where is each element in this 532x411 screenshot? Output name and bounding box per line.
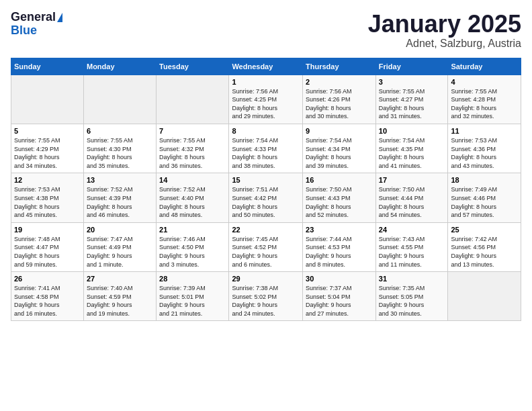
calendar-cell: 16Sunrise: 7:50 AM Sunset: 4:43 PM Dayli… (303, 173, 376, 222)
day-number: 8 (232, 127, 300, 135)
day-header-friday: Friday (375, 58, 448, 75)
day-info: Sunrise: 7:35 AM Sunset: 5:05 PM Dayligh… (379, 284, 445, 318)
day-info: Sunrise: 7:53 AM Sunset: 4:36 PM Dayligh… (451, 136, 518, 170)
calendar-cell: 14Sunrise: 7:52 AM Sunset: 4:40 PM Dayli… (157, 173, 229, 222)
calendar-subtitle: Adnet, Salzburg, Austria (368, 38, 521, 50)
calendar-cell: 17Sunrise: 7:50 AM Sunset: 4:44 PM Dayli… (375, 173, 448, 222)
day-info: Sunrise: 7:55 AM Sunset: 4:30 PM Dayligh… (87, 136, 153, 170)
day-info: Sunrise: 7:55 AM Sunset: 4:29 PM Dayligh… (14, 136, 81, 170)
day-info: Sunrise: 7:54 AM Sunset: 4:35 PM Dayligh… (379, 136, 445, 170)
day-info: Sunrise: 7:50 AM Sunset: 4:43 PM Dayligh… (306, 185, 373, 219)
calendar-week-3: 12Sunrise: 7:53 AM Sunset: 4:38 PM Dayli… (11, 173, 521, 222)
calendar-cell (448, 272, 521, 321)
day-number: 10 (379, 127, 445, 135)
day-number: 30 (306, 275, 373, 283)
day-info: Sunrise: 7:40 AM Sunset: 4:59 PM Dayligh… (87, 284, 153, 318)
calendar-cell: 27Sunrise: 7:40 AM Sunset: 4:59 PM Dayli… (83, 272, 156, 321)
calendar-cell: 8Sunrise: 7:54 AM Sunset: 4:33 PM Daylig… (229, 124, 303, 173)
day-info: Sunrise: 7:37 AM Sunset: 5:04 PM Dayligh… (306, 284, 373, 318)
day-header-wednesday: Wednesday (229, 58, 303, 75)
day-number: 23 (306, 226, 373, 234)
day-number: 29 (232, 275, 300, 283)
day-info: Sunrise: 7:51 AM Sunset: 4:42 PM Dayligh… (232, 185, 300, 219)
calendar-cell: 25Sunrise: 7:42 AM Sunset: 4:56 PM Dayli… (448, 222, 521, 271)
day-number: 31 (379, 275, 445, 283)
calendar-cell: 1Sunrise: 7:56 AM Sunset: 4:25 PM Daylig… (229, 75, 303, 124)
day-number: 15 (232, 176, 300, 184)
calendar-cell: 30Sunrise: 7:37 AM Sunset: 5:04 PM Dayli… (303, 272, 376, 321)
calendar-cell (11, 75, 84, 124)
day-header-monday: Monday (83, 58, 156, 75)
logo: General Blue (11, 11, 62, 38)
day-number: 22 (232, 226, 300, 234)
calendar-cell: 2Sunrise: 7:56 AM Sunset: 4:26 PM Daylig… (303, 75, 376, 124)
day-number: 27 (87, 275, 153, 283)
day-number: 20 (87, 226, 153, 234)
day-info: Sunrise: 7:45 AM Sunset: 4:52 PM Dayligh… (232, 235, 300, 269)
calendar-cell: 3Sunrise: 7:55 AM Sunset: 4:27 PM Daylig… (375, 75, 448, 124)
day-number: 6 (87, 127, 153, 135)
day-info: Sunrise: 7:39 AM Sunset: 5:01 PM Dayligh… (159, 284, 226, 318)
calendar-week-4: 19Sunrise: 7:48 AM Sunset: 4:47 PM Dayli… (11, 222, 521, 271)
calendar-cell: 18Sunrise: 7:49 AM Sunset: 4:46 PM Dayli… (448, 173, 521, 222)
day-number: 3 (379, 78, 445, 86)
calendar-cell: 31Sunrise: 7:35 AM Sunset: 5:05 PM Dayli… (375, 272, 448, 321)
calendar-cell: 24Sunrise: 7:43 AM Sunset: 4:55 PM Dayli… (375, 222, 448, 271)
day-number: 24 (379, 226, 445, 234)
calendar-body: 1Sunrise: 7:56 AM Sunset: 4:25 PM Daylig… (11, 75, 521, 321)
day-info: Sunrise: 7:55 AM Sunset: 4:32 PM Dayligh… (159, 136, 226, 170)
day-info: Sunrise: 7:49 AM Sunset: 4:46 PM Dayligh… (451, 185, 518, 219)
day-number: 17 (379, 176, 445, 184)
day-info: Sunrise: 7:52 AM Sunset: 4:39 PM Dayligh… (87, 185, 153, 219)
calendar-table: SundayMondayTuesdayWednesdayThursdayFrid… (11, 58, 521, 322)
title-block: January 2025 Adnet, Salzburg, Austria (368, 11, 521, 50)
calendar-cell: 5Sunrise: 7:55 AM Sunset: 4:29 PM Daylig… (11, 124, 84, 173)
calendar-cell (83, 75, 156, 124)
day-number: 26 (14, 275, 81, 283)
day-info: Sunrise: 7:55 AM Sunset: 4:27 PM Dayligh… (379, 87, 445, 121)
calendar-cell: 11Sunrise: 7:53 AM Sunset: 4:36 PM Dayli… (448, 124, 521, 173)
day-info: Sunrise: 7:43 AM Sunset: 4:55 PM Dayligh… (379, 235, 445, 269)
calendar-title: January 2025 (368, 11, 521, 38)
day-info: Sunrise: 7:55 AM Sunset: 4:28 PM Dayligh… (451, 87, 518, 121)
calendar-cell: 29Sunrise: 7:38 AM Sunset: 5:02 PM Dayli… (229, 272, 303, 321)
day-header-thursday: Thursday (303, 58, 376, 75)
day-header-saturday: Saturday (448, 58, 521, 75)
day-header-tuesday: Tuesday (157, 58, 229, 75)
logo-icon (57, 13, 62, 22)
day-number: 2 (306, 78, 373, 86)
day-number: 21 (159, 226, 226, 234)
logo-text-general: General (11, 11, 56, 24)
day-info: Sunrise: 7:54 AM Sunset: 4:34 PM Dayligh… (306, 136, 373, 170)
calendar-cell: 20Sunrise: 7:47 AM Sunset: 4:49 PM Dayli… (83, 222, 156, 271)
calendar-cell: 26Sunrise: 7:41 AM Sunset: 4:58 PM Dayli… (11, 272, 84, 321)
calendar-cell: 19Sunrise: 7:48 AM Sunset: 4:47 PM Dayli… (11, 222, 84, 271)
day-number: 11 (451, 127, 518, 135)
day-number: 9 (306, 127, 373, 135)
calendar-cell: 12Sunrise: 7:53 AM Sunset: 4:38 PM Dayli… (11, 173, 84, 222)
day-info: Sunrise: 7:52 AM Sunset: 4:40 PM Dayligh… (159, 185, 226, 219)
day-info: Sunrise: 7:56 AM Sunset: 4:25 PM Dayligh… (232, 87, 300, 121)
day-info: Sunrise: 7:56 AM Sunset: 4:26 PM Dayligh… (306, 87, 373, 121)
day-info: Sunrise: 7:50 AM Sunset: 4:44 PM Dayligh… (379, 185, 445, 219)
day-info: Sunrise: 7:54 AM Sunset: 4:33 PM Dayligh… (232, 136, 300, 170)
day-number: 13 (87, 176, 153, 184)
day-info: Sunrise: 7:42 AM Sunset: 4:56 PM Dayligh… (451, 235, 518, 269)
calendar-cell: 15Sunrise: 7:51 AM Sunset: 4:42 PM Dayli… (229, 173, 303, 222)
calendar-cell: 22Sunrise: 7:45 AM Sunset: 4:52 PM Dayli… (229, 222, 303, 271)
calendar-cell: 23Sunrise: 7:44 AM Sunset: 4:53 PM Dayli… (303, 222, 376, 271)
page-header: General Blue January 2025 Adnet, Salzbur… (11, 11, 521, 50)
calendar-cell: 21Sunrise: 7:46 AM Sunset: 4:50 PM Dayli… (157, 222, 229, 271)
calendar-week-1: 1Sunrise: 7:56 AM Sunset: 4:25 PM Daylig… (11, 75, 521, 124)
calendar-cell: 6Sunrise: 7:55 AM Sunset: 4:30 PM Daylig… (83, 124, 156, 173)
day-header-sunday: Sunday (11, 58, 84, 75)
day-number: 18 (451, 176, 518, 184)
day-number: 7 (159, 127, 226, 135)
day-number: 14 (159, 176, 226, 184)
day-number: 4 (451, 78, 518, 86)
day-info: Sunrise: 7:48 AM Sunset: 4:47 PM Dayligh… (14, 235, 81, 269)
calendar-cell: 4Sunrise: 7:55 AM Sunset: 4:28 PM Daylig… (448, 75, 521, 124)
day-number: 28 (159, 275, 226, 283)
calendar-cell: 7Sunrise: 7:55 AM Sunset: 4:32 PM Daylig… (157, 124, 229, 173)
day-number: 19 (14, 226, 81, 234)
